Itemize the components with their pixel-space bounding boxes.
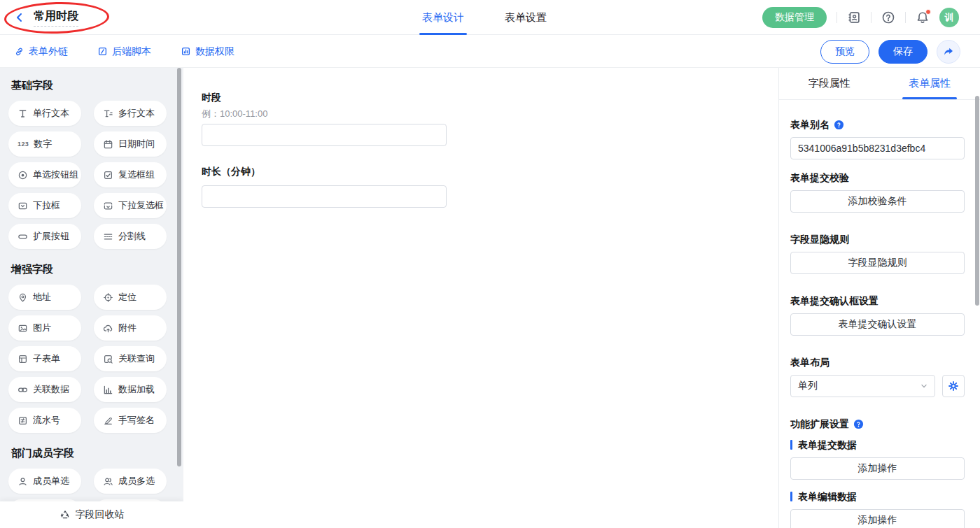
layout-settings-button[interactable]	[942, 375, 965, 397]
sidebar-scrollbar[interactable]	[177, 68, 181, 466]
header-right: 数据管理 训	[762, 0, 959, 35]
form-alias-section: 表单别名	[790, 119, 965, 159]
field-pill-data-load[interactable]: 数据加载	[94, 377, 167, 402]
back-icon[interactable]	[14, 12, 25, 23]
tab-form-design[interactable]: 表单设计	[422, 0, 464, 35]
label-text: 表单提交数据	[798, 439, 857, 450]
field-pill-address[interactable]: 地址	[8, 285, 81, 310]
form-designer-app: 常用时段 表单设计 表单设置 数据管理 训 表单外链	[0, 0, 980, 528]
tab-form-settings[interactable]: 表单设置	[505, 0, 547, 35]
field-pill-number[interactable]: 123数字	[8, 131, 81, 157]
help-badge-icon[interactable]	[853, 419, 864, 429]
section-title-member-fields: 部门成员字段	[11, 447, 183, 460]
properties-tabs: 字段属性 表单属性	[779, 68, 980, 100]
section-title-enhanced-fields: 增强字段	[11, 263, 183, 276]
field-pill-checkbox-group[interactable]: 复选框组	[94, 162, 167, 187]
canvas-field-duration[interactable]: 时长（分钟）	[202, 166, 778, 208]
submit-confirm-section: 表单提交确认框设置 表单提交确认设置	[790, 295, 965, 336]
field-pill-subform[interactable]: 子表单	[8, 346, 81, 371]
contacts-book-icon[interactable]	[847, 10, 861, 24]
recycle-bin-label: 字段回收站	[76, 508, 125, 521]
field-hint: 例：10:00-11:00	[202, 108, 778, 120]
pill-label: 附件	[118, 322, 136, 334]
help-icon[interactable]	[881, 10, 895, 24]
image-icon	[18, 323, 28, 334]
field-pill-datetime[interactable]: 日期时间	[94, 131, 167, 157]
data-permission-link[interactable]: 数据权限	[181, 45, 234, 58]
number-icon: 123	[18, 141, 29, 148]
pill-label: 扩展按钮	[33, 230, 69, 243]
tab-form-properties[interactable]: 表单属性	[880, 68, 980, 99]
pill-label: 下拉框	[33, 199, 60, 212]
field-pill-multi-select[interactable]: 下拉复选框	[94, 193, 167, 218]
field-label: 时段	[202, 92, 778, 103]
data-manage-button[interactable]: 数据管理	[762, 7, 827, 28]
field-pill-extend-button[interactable]: 扩展按钮	[8, 224, 81, 249]
member-single-icon	[18, 476, 28, 487]
avatar[interactable]: 训	[939, 8, 959, 27]
layout-select[interactable]: 单列	[790, 375, 935, 397]
page-title: 常用时段	[34, 9, 78, 27]
multi-line-text-icon	[103, 108, 113, 119]
pill-label: 地址	[33, 291, 51, 304]
help-badge-icon[interactable]	[834, 120, 844, 130]
field-pill-relation-data[interactable]: 关联数据	[8, 377, 81, 402]
form-alias-input[interactable]	[790, 137, 965, 159]
field-pill-single-line-text[interactable]: 单行文本	[8, 101, 81, 126]
basic-fields-grid: 单行文本 多行文本 123数字 日期时间 单选按钮组 复选框组 下拉框 下拉复选…	[0, 101, 183, 249]
field-visibility-button[interactable]: 字段显隐规则	[790, 252, 965, 274]
field-recycle-bin[interactable]: 字段回收站	[0, 501, 183, 528]
field-pill-radio-group[interactable]: 单选按钮组	[8, 162, 81, 187]
submit-validation-label: 表单提交校验	[790, 172, 965, 183]
field-pill-member-multi[interactable]: 成员多选	[94, 469, 167, 494]
relation-data-icon	[18, 385, 28, 395]
duration-input[interactable]	[202, 185, 447, 208]
radio-group-icon	[18, 170, 28, 180]
pill-label: 数字	[34, 138, 52, 150]
share-button[interactable]	[937, 40, 960, 64]
save-button[interactable]: 保存	[878, 40, 927, 64]
canvas-field-time-range[interactable]: 时段 例：10:00-11:00	[202, 92, 778, 146]
tab-field-properties[interactable]: 字段属性	[779, 68, 880, 99]
attachment-icon	[103, 323, 113, 334]
submit-confirm-button[interactable]: 表单提交确认设置	[790, 313, 965, 336]
checkbox-group-icon	[103, 170, 113, 180]
pill-label: 分割线	[118, 230, 146, 243]
add-validation-button[interactable]: 添加校验条件	[790, 190, 965, 213]
label-text: 表单编辑数据	[798, 491, 857, 502]
time-range-input[interactable]	[202, 124, 447, 146]
gear-icon	[948, 380, 959, 392]
field-pill-serial-number[interactable]: 流水号	[8, 408, 81, 433]
pill-label: 成员多选	[118, 475, 155, 487]
field-visibility-section: 字段显隐规则 字段显隐规则	[790, 234, 965, 274]
subform-icon	[18, 354, 28, 364]
field-pill-select[interactable]: 下拉框	[8, 193, 81, 218]
accent-bar	[790, 440, 792, 450]
field-pill-image[interactable]: 图片	[8, 315, 81, 341]
submit-validation-section: 表单提交校验 添加校验条件	[790, 172, 965, 213]
submit-data-add-action-button[interactable]: 添加操作	[790, 457, 965, 480]
field-pill-signature[interactable]: 手写签名	[94, 408, 167, 433]
field-pill-relation-query[interactable]: 关联查询	[94, 346, 167, 371]
chevron-down-icon	[919, 381, 929, 391]
edit-data-add-action-button[interactable]: 添加操作	[790, 509, 965, 528]
section-title-basic-fields: 基础字段	[11, 79, 183, 92]
notifications-button[interactable]	[916, 10, 930, 24]
form-layout-row: 单列	[790, 375, 965, 397]
panel-scrollbar[interactable]	[975, 96, 979, 306]
submit-data-subheader: 表单提交数据	[790, 439, 965, 450]
field-pill-multi-line-text[interactable]: 多行文本	[94, 101, 167, 126]
pill-label: 日期时间	[118, 138, 155, 150]
backend-script-link[interactable]: 后端脚本	[97, 45, 151, 58]
form-external-link[interactable]: 表单外链	[14, 45, 68, 58]
notification-badge	[925, 9, 931, 15]
field-pill-divider-line[interactable]: 分割线	[94, 224, 167, 249]
layout-select-value: 单列	[798, 380, 818, 392]
preview-button[interactable]: 预览	[820, 40, 869, 64]
form-canvas: 时段 例：10:00-11:00 时长（分钟）	[183, 68, 778, 528]
field-pill-attachment[interactable]: 附件	[94, 315, 167, 341]
field-pill-member-single[interactable]: 成员单选	[8, 469, 81, 494]
relation-query-icon	[103, 354, 113, 364]
pill-label: 图片	[33, 322, 51, 334]
field-pill-location[interactable]: 定位	[94, 285, 167, 310]
